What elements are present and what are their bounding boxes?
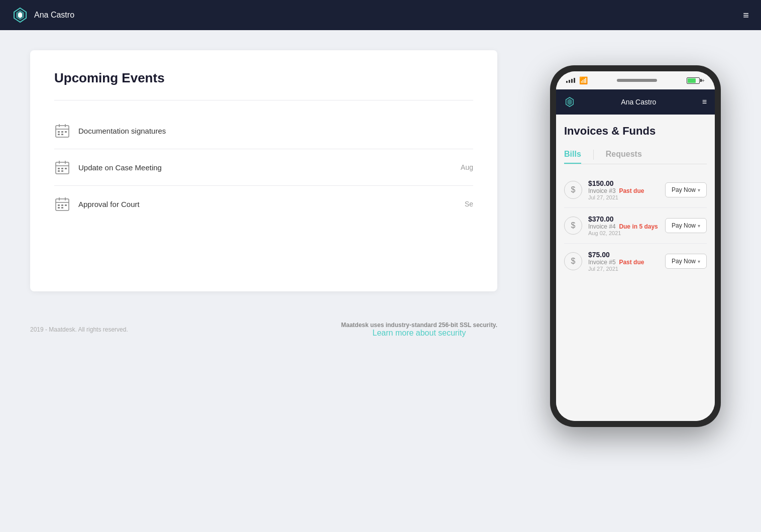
svg-rect-27 — [65, 204, 67, 206]
invoice-status-3: Past due — [619, 259, 644, 266]
calendar-icon — [54, 196, 70, 212]
battery-plus: + — [702, 77, 705, 83]
invoice-details-2: $370.00 Invoice #4 Due in 5 days Aug 02,… — [588, 215, 659, 236]
chevron-down-icon: ▾ — [698, 259, 700, 264]
dollar-circle-icon-1: $ — [564, 181, 582, 199]
svg-rect-9 — [65, 131, 67, 133]
phone-menu-icon[interactable]: ≡ — [702, 97, 707, 107]
phone-logo-icon — [564, 96, 575, 108]
signal-bars-icon — [566, 78, 575, 83]
wifi-icon: 📶 — [579, 76, 588, 84]
event-row: Approval for Court Se — [54, 186, 473, 222]
event-name-2: Update on Case Meeting — [78, 163, 453, 172]
invoice-details-3: $75.00 Invoice #5 Past due Jul 27, 2021 — [588, 251, 659, 272]
status-left: 📶 — [566, 76, 588, 84]
footer: 2019 - Maatdesk. All rights reserved. Ma… — [30, 322, 497, 338]
battery-icon — [687, 77, 700, 84]
calendar-icon — [54, 123, 70, 139]
desktop-header: Ana Castro ≡ — [0, 0, 761, 30]
svg-rect-8 — [61, 131, 63, 133]
phone-header: Ana Castro ≡ — [556, 89, 715, 115]
footer-copyright: 2019 - Maatdesk. All rights reserved. — [30, 326, 128, 333]
event-date-2: Aug — [461, 163, 473, 171]
svg-rect-11 — [61, 134, 63, 135]
invoice-date-2: Aug 02, 2021 — [588, 230, 659, 236]
svg-marker-31 — [567, 99, 572, 105]
hamburger-icon[interactable]: ≡ — [743, 10, 749, 21]
chevron-down-icon: ▾ — [698, 187, 700, 193]
footer-security-link[interactable]: Learn more about security — [341, 329, 497, 338]
invoice-ref-3: Invoice #5 Past due — [588, 259, 659, 266]
logo-icon — [12, 7, 28, 23]
invoice-date-3: Jul 27, 2021 — [588, 266, 659, 272]
invoice-item-3: $ $75.00 Invoice #5 Past due Jul 27, 202… — [564, 244, 707, 279]
invoice-ref-1: Invoice #3 Past due — [588, 187, 659, 194]
header-left: Ana Castro — [12, 7, 74, 23]
signal-bar-3 — [571, 79, 573, 83]
main-card: Upcoming Events Documentation signatures — [30, 50, 497, 291]
invoice-details-1: $150.00 Invoice #3 Past due Jul 27, 2021 — [588, 179, 659, 200]
tab-bills[interactable]: Bills — [564, 146, 581, 164]
battery-fill — [688, 78, 696, 83]
chevron-down-icon: ▾ — [698, 223, 700, 229]
svg-rect-17 — [61, 168, 63, 169]
phone-inner: 📶 + Ana Castro ≡ — [556, 71, 715, 421]
svg-rect-25 — [58, 204, 60, 206]
invoice-amount-1: $150.00 — [588, 179, 659, 187]
svg-rect-26 — [61, 204, 63, 206]
event-name-3: Approval for Court — [78, 200, 457, 208]
footer-security-suffix: uses industry-standard 256-bit SSL secur… — [369, 322, 497, 329]
invoice-ref-2: Invoice #4 Due in 5 days — [588, 223, 659, 230]
svg-rect-18 — [65, 168, 67, 169]
phone-outer: 📶 + Ana Castro ≡ — [550, 65, 721, 427]
invoice-status-2: Due in 5 days — [619, 223, 658, 230]
event-name-1: Documentation signatures — [78, 127, 465, 135]
tab-divider — [593, 150, 594, 160]
pay-now-button-1[interactable]: Pay Now ▾ — [665, 182, 707, 197]
footer-brand: Maatdesk — [341, 322, 369, 329]
signal-bar-4 — [574, 78, 575, 83]
pay-now-button-2[interactable]: Pay Now ▾ — [665, 218, 707, 233]
invoices-funds-title: Invoices & Funds — [564, 125, 707, 138]
status-right: + — [687, 77, 705, 84]
phone-content: Invoices & Funds Bills Requests $ $150.0… — [556, 115, 715, 421]
svg-rect-29 — [61, 207, 63, 208]
calendar-icon — [54, 159, 70, 175]
footer-security: Maatdesk uses industry-standard 256-bit … — [341, 322, 497, 338]
footer-security-text: Maatdesk uses industry-standard 256-bit … — [341, 322, 497, 329]
invoice-item-1: $ $150.00 Invoice #3 Past due Jul 27, 20… — [564, 172, 707, 208]
svg-rect-7 — [58, 131, 60, 133]
event-date-3: Se — [465, 200, 473, 208]
svg-rect-28 — [58, 207, 60, 208]
pay-now-button-3[interactable]: Pay Now ▾ — [665, 254, 707, 269]
divider — [54, 100, 473, 100]
signal-bar-2 — [569, 80, 570, 83]
svg-rect-16 — [58, 168, 60, 169]
invoice-date-1: Jul 27, 2021 — [588, 194, 659, 200]
upcoming-events-title: Upcoming Events — [54, 70, 473, 86]
event-row: Update on Case Meeting Aug — [54, 149, 473, 186]
dollar-circle-icon-3: $ — [564, 252, 582, 270]
event-row: Documentation signatures — [54, 113, 473, 149]
svg-rect-19 — [58, 170, 60, 172]
tab-requests[interactable]: Requests — [606, 146, 642, 164]
invoice-item-2: $ $370.00 Invoice #4 Due in 5 days Aug 0… — [564, 208, 707, 244]
dollar-circle-icon-2: $ — [564, 217, 582, 235]
invoice-amount-3: $75.00 — [588, 251, 659, 259]
phone-status-bar: 📶 + — [556, 71, 715, 89]
svg-rect-20 — [61, 170, 63, 172]
invoice-status-1: Past due — [619, 187, 644, 194]
phone-user-name: Ana Castro — [621, 98, 656, 106]
phone-mockup: 📶 + Ana Castro ≡ — [550, 65, 721, 427]
desktop-user-name: Ana Castro — [34, 11, 74, 20]
invoice-amount-2: $370.00 — [588, 215, 659, 223]
phone-tabs: Bills Requests — [564, 146, 707, 164]
phone-notch — [617, 79, 657, 82]
svg-rect-10 — [58, 134, 60, 135]
signal-bar-1 — [566, 81, 568, 83]
